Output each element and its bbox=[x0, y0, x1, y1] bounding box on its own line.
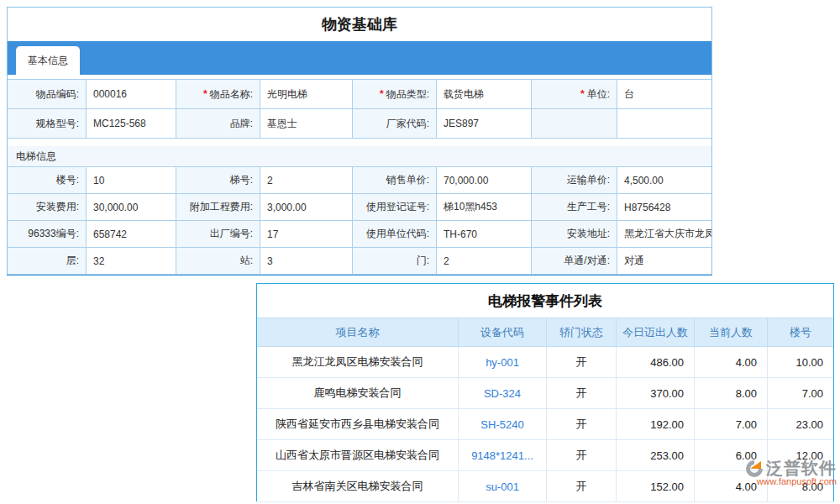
elevator-info-grid: 楼号: 10 梯号: 2 销售单价: 70,000.00 运输单价: 4,500… bbox=[8, 167, 711, 275]
field-value-factory-no: 17 bbox=[260, 221, 353, 248]
field-value-transport-price: 4,500.00 bbox=[617, 167, 711, 194]
field-label-item-code: 物品编码: bbox=[8, 80, 87, 109]
watermark-url: www.fanpusoft.com bbox=[757, 476, 837, 486]
field-value-elevator-no: 2 bbox=[260, 167, 353, 194]
cell-today-exits: 152.00 bbox=[617, 471, 695, 502]
cell-today-exits: 192.00 bbox=[617, 409, 695, 440]
device-code-link[interactable]: hy-001 bbox=[459, 347, 547, 378]
field-label-elevator-no: 梯号: bbox=[176, 167, 260, 194]
field-value-registration-no: 梯10黑h453 bbox=[437, 194, 532, 221]
field-value-item-type: 载货电梯 bbox=[437, 80, 532, 109]
field-value-floors: 32 bbox=[87, 248, 176, 275]
field-value-through-type: 对通 bbox=[617, 248, 711, 275]
field-value-item-name: 光明电梯 bbox=[260, 80, 353, 109]
field-label-text: 运输单价: bbox=[567, 173, 610, 187]
field-label-text: 物品名称: bbox=[210, 87, 253, 102]
cell-door-status: 开 bbox=[547, 347, 617, 378]
field-label-text: 出厂编号: bbox=[210, 227, 253, 241]
cell-building-no: 23.00 bbox=[768, 409, 833, 440]
field-label-text: 单通/对通: bbox=[564, 254, 610, 268]
cell-door-status: 开 bbox=[547, 409, 617, 440]
field-value-user-unit-code: TH-670 bbox=[437, 221, 532, 248]
required-mark: * bbox=[380, 88, 384, 100]
col-header-current-people: 当前人数 bbox=[695, 318, 768, 347]
field-label-text: 厂家代码: bbox=[386, 117, 429, 131]
field-label-empty bbox=[532, 109, 617, 139]
cell-building-no: 7.00 bbox=[768, 378, 833, 409]
field-label-install-address: 安装地址: bbox=[532, 221, 617, 248]
basic-info-grid: 物品编码: 000016 *物品名称: 光明电梯 *物品类型: 载货电梯 *单位… bbox=[8, 79, 711, 139]
field-label-item-type: *物品类型: bbox=[353, 80, 437, 109]
field-label-brand: 品牌: bbox=[176, 109, 260, 139]
field-value-empty bbox=[617, 109, 711, 139]
field-value-install-fee: 30,000.00 bbox=[87, 194, 176, 221]
field-label-install-fee: 安装费用: bbox=[8, 194, 87, 221]
device-code-link[interactable]: 9148*1241... bbox=[459, 440, 547, 471]
field-label-text: 安装费用: bbox=[36, 200, 79, 214]
cell-project-name: 吉林省南关区电梯安装合同 bbox=[257, 471, 459, 502]
field-label-text: 站: bbox=[240, 254, 253, 268]
field-label-unit: *单位: bbox=[532, 80, 617, 109]
tab-bar: 基本信息 bbox=[8, 41, 711, 75]
field-label-text: 销售单价: bbox=[386, 173, 429, 187]
field-label-building-no: 楼号: bbox=[8, 167, 87, 194]
table-title: 电梯报警事件列表 bbox=[257, 284, 833, 318]
field-value-doors: 2 bbox=[437, 248, 532, 275]
section-header-elevator-info: 电梯信息 bbox=[8, 146, 711, 167]
watermark: 泛普软件 www.fanpusoft.com bbox=[719, 457, 837, 486]
cell-today-exits: 253.00 bbox=[617, 440, 695, 471]
field-label-text: 门: bbox=[417, 254, 429, 268]
field-label-floors: 层: bbox=[8, 248, 87, 275]
col-header-door-status: 轿门状态 bbox=[547, 318, 617, 347]
field-label-text: 96333编号: bbox=[28, 227, 79, 241]
cell-current-people: 8.00 bbox=[695, 378, 768, 409]
field-value-building-no: 10 bbox=[87, 167, 176, 194]
field-label-manufacturer-code: 厂家代码: bbox=[353, 109, 437, 139]
field-label-text: 使用登记证号: bbox=[366, 200, 429, 214]
tab-basic-info[interactable]: 基本信息 bbox=[16, 46, 80, 75]
field-label-text: 物品编码: bbox=[36, 87, 79, 102]
field-value-extra-project-fee: 3,000.00 bbox=[260, 194, 353, 221]
field-label-user-unit-code: 使用单位代码: bbox=[353, 221, 437, 248]
col-header-device-code: 设备代码 bbox=[459, 318, 547, 347]
device-code-link[interactable]: su-001 bbox=[459, 471, 547, 502]
field-label-production-no: 生产工号: bbox=[532, 194, 617, 221]
field-label-registration-no: 使用登记证号: bbox=[353, 194, 437, 221]
field-label-text: 附加工程费用: bbox=[190, 200, 253, 214]
field-label-factory-no: 出厂编号: bbox=[176, 221, 260, 248]
section-gap bbox=[8, 139, 711, 146]
field-label-text: 楼号: bbox=[56, 173, 79, 187]
cell-current-people: 4.00 bbox=[695, 347, 768, 378]
field-value-production-no: H8756428 bbox=[617, 194, 711, 221]
cell-today-exits: 370.00 bbox=[617, 378, 695, 409]
field-label-text: 品牌: bbox=[230, 117, 253, 131]
field-label-96333-no: 96333编号: bbox=[8, 221, 87, 248]
field-value-sale-price: 70,000.00 bbox=[437, 167, 532, 194]
device-code-link[interactable]: SD-324 bbox=[459, 378, 547, 409]
field-value-spec-model: MC125-568 bbox=[87, 109, 176, 139]
field-label-stations: 站: bbox=[176, 248, 260, 275]
field-label-through-type: 单通/对通: bbox=[532, 248, 617, 275]
field-value-manufacturer-code: JES897 bbox=[437, 109, 532, 139]
field-label-text: 梯号: bbox=[230, 173, 253, 187]
cell-today-exits: 486.00 bbox=[617, 347, 695, 378]
field-label-sale-price: 销售单价: bbox=[353, 167, 437, 194]
required-mark: * bbox=[203, 88, 207, 100]
field-value-brand: 基恩士 bbox=[260, 109, 353, 139]
field-label-text: 物品类型: bbox=[386, 87, 429, 102]
field-label-text: 层: bbox=[66, 254, 79, 268]
field-label-transport-price: 运输单价: bbox=[532, 167, 617, 194]
field-label-text: 生产工号: bbox=[567, 200, 610, 214]
field-label-spec-model: 规格型号: bbox=[8, 109, 87, 139]
cell-project-name: 陕西省延安市西乡县电梯安装合同 bbox=[257, 409, 459, 440]
cell-project-name: 黑龙江龙凤区电梯安装合同 bbox=[257, 347, 459, 378]
cell-current-people: 7.00 bbox=[695, 409, 768, 440]
page-title: 物资基础库 bbox=[8, 8, 711, 41]
cell-building-no: 10.00 bbox=[768, 347, 833, 378]
cell-project-name: 山西省太原市晋源区电梯安装合同 bbox=[257, 440, 459, 471]
col-header-building-no: 楼号 bbox=[768, 318, 833, 347]
device-code-link[interactable]: SH-5240 bbox=[459, 409, 547, 440]
required-mark: * bbox=[580, 88, 585, 100]
fanpu-logo-icon bbox=[744, 459, 764, 479]
field-label-doors: 门: bbox=[353, 248, 437, 275]
